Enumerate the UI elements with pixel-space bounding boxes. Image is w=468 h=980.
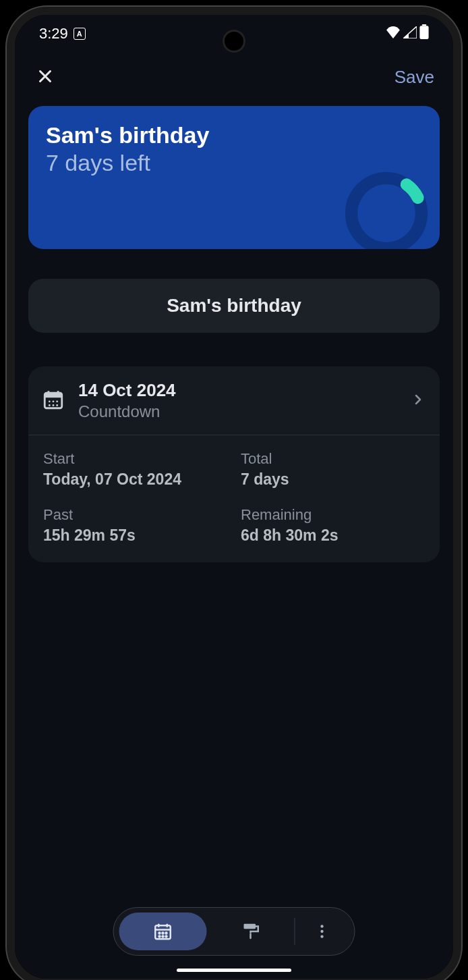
battery-icon (419, 24, 429, 43)
signal-icon (403, 25, 417, 43)
stat-remaining: Remaining 6d 8h 30m 2s (241, 506, 425, 545)
paint-roller-icon (241, 921, 261, 942)
svg-point-11 (49, 404, 51, 406)
screen: 3:29 A Save Sam's (15, 15, 453, 979)
svg-point-21 (159, 936, 160, 937)
svg-point-22 (163, 936, 164, 937)
status-time: 3:29 (39, 25, 68, 43)
svg-point-9 (53, 400, 55, 402)
keyboard-indicator-icon: A (74, 28, 86, 40)
stat-label: Past (43, 506, 227, 524)
svg-point-20 (166, 933, 167, 934)
countdown-preview-card[interactable]: Sam's birthday 7 days left (28, 106, 440, 249)
app-bar: Save (15, 49, 453, 106)
calendar-icon (153, 921, 173, 942)
event-name-input[interactable] (28, 295, 440, 317)
progress-ring-icon (343, 169, 430, 249)
dock-calendar-tab[interactable] (119, 913, 207, 950)
stat-value: Today, 07 Oct 2024 (43, 470, 227, 489)
svg-rect-24 (244, 924, 256, 929)
phone-frame: 3:29 A Save Sam's (7, 7, 461, 980)
svg-point-10 (56, 400, 58, 402)
content: Sam's birthday 7 days left (15, 106, 453, 979)
date-mode: Countdown (78, 402, 397, 421)
svg-point-19 (163, 933, 164, 934)
chevron-right-icon (410, 391, 426, 410)
dock-style-tab[interactable] (207, 913, 295, 950)
stat-label: Remaining (241, 506, 425, 524)
svg-point-28 (320, 935, 323, 937)
bottom-dock (113, 907, 355, 956)
name-input-container (28, 279, 440, 333)
save-button[interactable]: Save (392, 63, 437, 92)
svg-rect-5 (45, 393, 62, 398)
status-right (386, 24, 429, 43)
stat-total: Total 7 days (241, 450, 425, 489)
svg-point-27 (320, 930, 323, 933)
date-value: 14 Oct 2024 (78, 380, 397, 401)
svg-point-12 (53, 404, 55, 406)
wifi-icon (386, 25, 401, 43)
details-card: 14 Oct 2024 Countdown Start Today, 07 Oc… (28, 366, 440, 562)
stat-label: Total (241, 450, 425, 468)
svg-point-13 (56, 404, 58, 406)
svg-point-26 (320, 925, 323, 927)
camera-notch (223, 30, 245, 53)
svg-point-18 (159, 933, 160, 934)
stat-past: Past 15h 29m 57s (43, 506, 227, 545)
svg-rect-1 (419, 26, 428, 39)
close-button[interactable] (31, 62, 59, 92)
svg-rect-0 (422, 24, 427, 26)
stat-value: 15h 29m 57s (43, 526, 227, 545)
date-row[interactable]: 14 Oct 2024 Countdown (28, 366, 440, 435)
more-vertical-icon (314, 923, 331, 940)
calendar-icon (42, 388, 65, 414)
svg-point-8 (49, 400, 51, 402)
status-left: 3:29 A (39, 25, 86, 43)
stat-value: 6d 8h 30m 2s (241, 526, 425, 545)
dock-more-button[interactable] (295, 913, 349, 950)
home-indicator[interactable] (177, 969, 291, 972)
date-text: 14 Oct 2024 Countdown (78, 380, 397, 421)
stat-label: Start (43, 450, 227, 468)
preview-title: Sam's birthday (46, 122, 422, 148)
stat-value: 7 days (241, 470, 425, 489)
close-icon (35, 66, 55, 86)
svg-point-23 (166, 936, 167, 937)
stat-start: Start Today, 07 Oct 2024 (43, 450, 227, 489)
stats-grid: Start Today, 07 Oct 2024 Total 7 days Pa… (28, 435, 440, 562)
svg-rect-25 (250, 933, 252, 940)
